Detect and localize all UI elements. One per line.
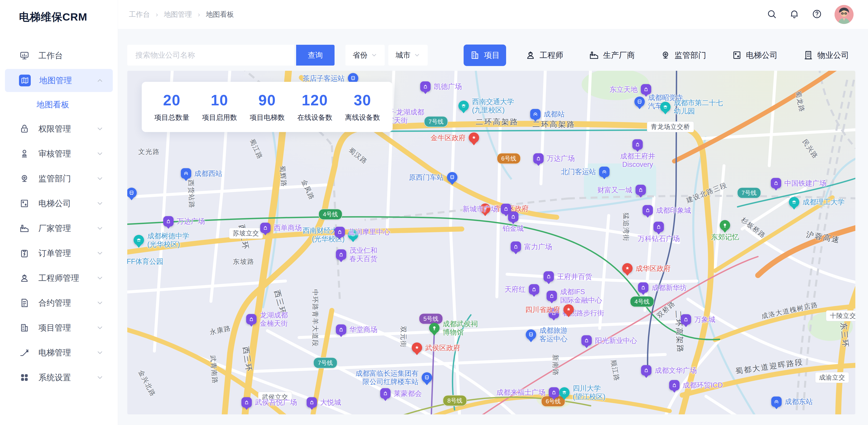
sidebar-item-dashboard[interactable]: 工作台 — [5, 44, 113, 67]
metro-line-badge: 7号线 — [424, 116, 448, 127]
avatar[interactable] — [835, 5, 854, 24]
tab-项目[interactable]: 项目 — [464, 44, 506, 66]
map-marker-museum[interactable]: 东郊记忆 — [711, 220, 739, 241]
sidebar-subitem[interactable]: 地图看板 — [0, 94, 118, 116]
marker-label: 新城市广场 — [463, 205, 498, 213]
tab-物业公司[interactable]: 物业公司 — [797, 44, 855, 66]
map-marker-mall[interactable]: 富力广场 — [510, 241, 552, 252]
map-marker-mall[interactable]: 西单商场 — [260, 223, 302, 233]
notification-bell-icon[interactable] — [789, 9, 800, 20]
map-marker-mall[interactable]: 天府红 — [504, 284, 539, 295]
map-marker-gov[interactable]: 四川省政府 — [525, 304, 574, 315]
map-marker-gov[interactable]: 武侯区政府 — [412, 342, 460, 353]
topbar-actions — [767, 5, 854, 24]
map-marker-mall[interactable]: 铂金城 — [503, 211, 524, 233]
tab-工程师[interactable]: 工程师 — [519, 44, 569, 66]
breadcrumb-separator: › — [156, 11, 158, 18]
mall-pin-icon — [336, 249, 346, 260]
sidebar-item-elevator-co[interactable]: 电梯公司 — [5, 192, 113, 215]
map-marker-metro[interactable]: 北门客运站 — [561, 166, 610, 177]
map-marker-school[interactable]: 成都树德中学(光华校区) — [133, 232, 189, 248]
map-marker-school[interactable]: 成都理工大学 — [789, 197, 844, 207]
search-input[interactable] — [127, 45, 294, 66]
map-marker-mall[interactable]: 莱蒙都会 — [380, 388, 422, 399]
metro-pin-icon — [771, 396, 782, 407]
map-marker-mall[interactable]: 万达广场 — [533, 153, 575, 164]
breadcrumb-item[interactable]: 地图管理 — [164, 10, 192, 19]
map-marker-mall[interactable]: 成都王府井Discovery — [620, 139, 655, 169]
map-marker-metro[interactable]: 成都西站 — [181, 168, 222, 179]
map-marker-mall[interactable]: 成都文华广场 — [641, 365, 697, 375]
search-icon[interactable] — [767, 9, 778, 20]
map-marker-mall[interactable]: 成都来福士广场 — [496, 387, 559, 398]
search-button[interactable]: 查询 — [296, 45, 335, 66]
elevator-co-icon — [732, 50, 742, 60]
sidebar-item-order[interactable]: 订单管理 — [5, 242, 113, 265]
help-icon[interactable] — [812, 9, 823, 20]
map-marker-mall[interactable]: 东立天地 — [610, 84, 651, 94]
sidebar-item-project[interactable]: 项目管理 — [5, 316, 113, 339]
map-marker-mall[interactable]: 龙湖成都金楠天街 — [246, 311, 288, 328]
breadcrumb-item[interactable]: 工作台 — [129, 10, 150, 19]
chevron-down-icon — [96, 175, 104, 182]
map-marker-mall[interactable]: 万达广场 — [163, 216, 205, 226]
tab-电梯公司[interactable]: 电梯公司 — [725, 44, 784, 66]
map-marker-mall[interactable]: 万科钻石广场 — [638, 222, 680, 243]
marker-label: 武侯吾悦广场 — [255, 398, 297, 406]
map-marker-bus[interactable]: 成都富临长运集团有限公司红牌楼车站 — [355, 369, 432, 386]
tab-监管部门[interactable]: 监管部门 — [654, 44, 712, 66]
map-marker-mall[interactable]: 武侯吾悦广场 — [241, 397, 297, 407]
engineer-icon — [526, 50, 535, 60]
sidebar-item-escalator[interactable]: 电梯管理 — [5, 341, 113, 364]
map-marker-mall[interactable]: 华堂商场 — [336, 325, 377, 335]
map-marker-bus[interactable] — [127, 188, 137, 198]
map-marker-school[interactable]: 成都市第二十七幼儿园 — [660, 98, 723, 115]
map-marker-mall[interactable]: 大悦城 — [307, 397, 341, 407]
map-marker-mall[interactable]: 成都IFS国际金融中心 — [547, 287, 602, 304]
map-marker-school[interactable]: 西南交通大学(九里校区) — [458, 97, 514, 114]
map-marker-mall[interactable]: 成都环贸ICD — [669, 380, 723, 390]
map-marker-mall[interactable]: 凯德广场 — [420, 81, 462, 92]
map-marker-metro[interactable]: 成都站 — [530, 109, 565, 119]
sidebar-item-audit[interactable]: 审核管理 — [5, 142, 113, 165]
sidebar-item-engineer[interactable]: 工程师管理 — [5, 267, 113, 290]
sidebar-item-lock[interactable]: 权限管理 — [5, 117, 113, 141]
map-marker-mall[interactable]: 阳光新业中心 — [581, 335, 637, 346]
mall-pin-icon — [335, 227, 345, 237]
marker-label: 大悦城 — [320, 398, 341, 406]
sidebar-item-label: 地图管理 — [39, 75, 72, 86]
map-marker-gov[interactable]: 金牛区政府 — [431, 132, 479, 143]
map-marker-metro[interactable]: 成都东站 — [771, 396, 813, 407]
lock-icon — [19, 123, 30, 134]
map-marker-bus[interactable]: 成都旅游客运中心 — [526, 326, 567, 343]
map-marker-mall[interactable]: 财富又一城 — [597, 185, 646, 195]
sidebar-item-map[interactable]: 地图管理 — [5, 69, 113, 92]
map-marker-mall[interactable]: 王府井百货 — [544, 271, 592, 282]
province-select[interactable]: 省份 — [345, 45, 385, 66]
map-marker-mall[interactable]: 成都印象城 — [643, 205, 691, 215]
map-marker-mall[interactable]: 茂业仁和春天百货 — [336, 246, 377, 263]
sidebar-item-factory[interactable]: 厂家管理 — [5, 217, 113, 240]
sidebar-item-settings[interactable]: 系统设置 — [5, 366, 113, 389]
map-marker-mall[interactable]: 中国铁建广场 — [771, 178, 827, 188]
tab-生产厂商[interactable]: 生产厂商 — [583, 44, 641, 66]
map-marker-mall[interactable]: 成都新华坊 — [638, 282, 687, 293]
breadcrumb-item-current: 地图看板 — [206, 10, 234, 19]
map-canvas[interactable]: 20 项目总数量10 项目启用数90 项目电梯数120 在线设备数30 离线设备… — [127, 71, 855, 414]
chevron-down-icon — [414, 52, 421, 59]
map-marker-school[interactable]: 四川大学(望江校区) — [559, 384, 606, 401]
road-label: 东坡路 — [233, 257, 254, 266]
chevron-down-icon — [96, 150, 104, 158]
map-marker-mall[interactable]: 万象城 — [681, 314, 715, 325]
city-select[interactable]: 城市 — [388, 45, 428, 66]
map-marker-mall[interactable]: 蓝润摩里中心 — [335, 227, 390, 237]
map-marker-bus[interactable]: 原西门车站 — [409, 172, 457, 182]
map-marker-gov[interactable]: 成华区政府 — [622, 263, 671, 274]
map-marker-park[interactable]: FF体育公园 — [127, 256, 163, 267]
sidebar-item-monitor-dept[interactable]: 监管部门 — [5, 167, 113, 190]
monitor-dept-icon — [19, 173, 30, 184]
map-marker-museum[interactable]: 成都武侯祠博物馆 — [429, 320, 478, 336]
mall-pin-icon — [653, 222, 664, 232]
bus-pin-icon — [447, 172, 457, 182]
sidebar-item-contract[interactable]: 合约管理 — [5, 292, 113, 314]
